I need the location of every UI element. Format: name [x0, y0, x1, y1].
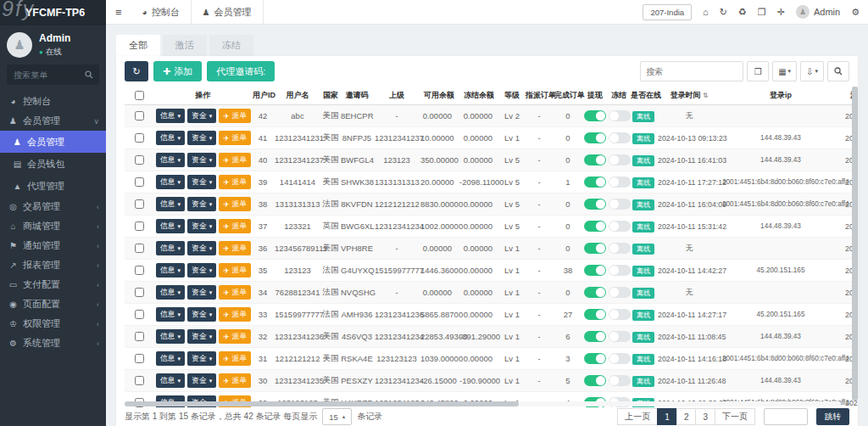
col-header-invite[interactable]: 邀请码: [340, 87, 374, 105]
sidebar-item-page-config[interactable]: ◉页面配置‹: [0, 294, 106, 314]
sidebar-item-permission-manage[interactable]: ♔权限管理‹: [0, 314, 106, 334]
col-header-level[interactable]: 等级: [499, 87, 525, 105]
dispatch-button[interactable]: ✈派单: [219, 307, 251, 322]
funds-button[interactable]: 资金▾: [187, 219, 216, 233]
filter-tab-frozen[interactable]: 冻结: [209, 35, 253, 56]
withdraw-toggle[interactable]: [584, 243, 606, 254]
info-button[interactable]: 信息▾: [156, 285, 185, 300]
col-header-login_ip[interactable]: 登录ip: [721, 87, 840, 105]
freeze-toggle[interactable]: [609, 375, 631, 386]
col-header-username[interactable]: 用户名: [274, 87, 321, 105]
withdraw-toggle[interactable]: [584, 177, 606, 188]
withdraw-toggle[interactable]: [584, 353, 606, 364]
dispatch-button[interactable]: ✈派单: [219, 153, 251, 167]
fullscreen-search-button[interactable]: [827, 61, 849, 81]
info-button[interactable]: 信息▾: [156, 351, 185, 366]
page-prev[interactable]: 上一页: [617, 408, 658, 425]
dispatch-button[interactable]: ✈派单: [219, 285, 251, 300]
page-3[interactable]: 3: [695, 408, 715, 425]
freeze-toggle[interactable]: [609, 265, 631, 276]
dispatch-button[interactable]: ✈派单: [219, 109, 251, 123]
dispatch-button[interactable]: ✈派单: [219, 131, 251, 145]
freeze-toggle[interactable]: [609, 154, 631, 165]
copy-page-icon[interactable]: ❐: [758, 7, 766, 18]
dispatch-button[interactable]: ✈派单: [219, 329, 251, 344]
funds-button[interactable]: 资金▾: [187, 373, 216, 388]
vertical-scrollbar[interactable]: [852, 87, 858, 401]
freeze-toggle[interactable]: [609, 331, 631, 342]
funds-button[interactable]: 资金▾: [187, 131, 216, 145]
funds-button[interactable]: 资金▾: [187, 263, 216, 277]
page-size-select[interactable]: 15▴: [322, 408, 352, 425]
withdraw-toggle[interactable]: [584, 309, 606, 320]
sidebar-item-trade-manage[interactable]: ◎交易管理‹: [0, 197, 106, 216]
toggle-view-button[interactable]: ❐: [747, 61, 769, 81]
col-header-balance[interactable]: 可用余额: [420, 87, 459, 105]
page-next[interactable]: 下一页: [715, 408, 755, 425]
freeze-toggle[interactable]: [609, 177, 631, 188]
info-button[interactable]: 信息▾: [156, 241, 185, 255]
sidebar-item-report-manage[interactable]: ↗报表管理‹: [0, 255, 106, 275]
freeze-toggle[interactable]: [609, 243, 631, 254]
row-checkbox[interactable]: [135, 199, 144, 209]
col-header-online[interactable]: 是否在线: [630, 87, 657, 105]
col-header-freeze[interactable]: 冻结: [608, 87, 630, 105]
funds-button[interactable]: 资金▾: [187, 241, 216, 255]
settings-icon[interactable]: ⚙: [851, 7, 860, 18]
freeze-toggle[interactable]: [609, 199, 631, 210]
agent-invite-code-button[interactable]: 代理邀请码:: [207, 61, 275, 81]
withdraw-toggle[interactable]: [584, 375, 606, 386]
withdraw-toggle[interactable]: [584, 221, 606, 232]
sidebar-subitem-member-manage[interactable]: ♟会员管理: [0, 131, 106, 153]
col-header-assigned[interactable]: 指派订单: [525, 87, 554, 105]
info-button[interactable]: 信息▾: [156, 131, 185, 145]
freeze-toggle[interactable]: [609, 221, 631, 232]
row-checkbox[interactable]: [135, 221, 144, 231]
row-checkbox[interactable]: [135, 133, 144, 143]
refresh-icon[interactable]: ↻: [720, 7, 727, 18]
menu-toggle-icon[interactable]: ≡: [106, 6, 131, 19]
withdraw-toggle[interactable]: [584, 132, 606, 143]
sidebar-subitem-member-wallet[interactable]: ▤会员钱包: [0, 153, 106, 175]
withdraw-toggle[interactable]: [584, 331, 606, 342]
col-header-withdraw[interactable]: 提现: [582, 87, 608, 105]
funds-button[interactable]: 资金▾: [187, 329, 216, 344]
dispatch-button[interactable]: ✈派单: [219, 175, 251, 189]
withdraw-toggle[interactable]: [584, 265, 606, 276]
freeze-toggle[interactable]: [609, 287, 631, 298]
row-checkbox[interactable]: [135, 354, 144, 363]
info-button[interactable]: 信息▾: [156, 329, 185, 344]
export-button[interactable]: ⇩▾: [800, 61, 824, 81]
home-icon[interactable]: ⌂: [703, 7, 709, 17]
sidebar-item-system-manage[interactable]: ⚙系统管理‹: [0, 334, 106, 353]
col-header-country[interactable]: 国家: [321, 87, 340, 105]
withdraw-toggle[interactable]: [584, 287, 606, 298]
withdraw-toggle[interactable]: [584, 199, 606, 210]
funds-button[interactable]: 资金▾: [187, 307, 216, 322]
info-button[interactable]: 信息▾: [156, 219, 185, 233]
jump-page-input[interactable]: [764, 408, 808, 425]
dispatch-button[interactable]: ✈派单: [219, 351, 251, 366]
freeze-toggle[interactable]: [609, 353, 631, 364]
info-button[interactable]: 信息▾: [156, 373, 185, 388]
filter-tab-all[interactable]: 全部: [116, 35, 160, 56]
sidebar-subitem-agent-manage[interactable]: ▲代理管理: [0, 175, 106, 197]
row-checkbox[interactable]: [135, 155, 144, 165]
horizontal-scrollbar[interactable]: [125, 401, 841, 406]
info-button[interactable]: 信息▾: [156, 109, 185, 123]
dispatch-button[interactable]: ✈派单: [219, 197, 251, 211]
row-checkbox[interactable]: [135, 332, 144, 341]
col-header-frozen[interactable]: 冻结余额: [459, 87, 499, 105]
withdraw-toggle[interactable]: [584, 110, 606, 121]
sidebar-item-payment-config[interactable]: ▭支付配置‹: [0, 275, 106, 294]
row-checkbox[interactable]: [135, 266, 144, 275]
sidebar-item-member-group[interactable]: ♟会员管理∨: [0, 111, 106, 131]
sidebar-item-mall-manage[interactable]: ⌂商城管理‹: [0, 216, 106, 236]
add-button[interactable]: ✚添加: [153, 61, 202, 81]
funds-button[interactable]: 资金▾: [187, 285, 216, 300]
dispatch-button[interactable]: ✈派单: [219, 373, 251, 388]
topbar-tab-member-manage[interactable]: ♟会员管理: [191, 0, 264, 24]
funds-button[interactable]: 资金▾: [187, 109, 216, 123]
clear-cache-icon[interactable]: ♻: [738, 7, 747, 18]
freeze-toggle[interactable]: [609, 132, 631, 143]
